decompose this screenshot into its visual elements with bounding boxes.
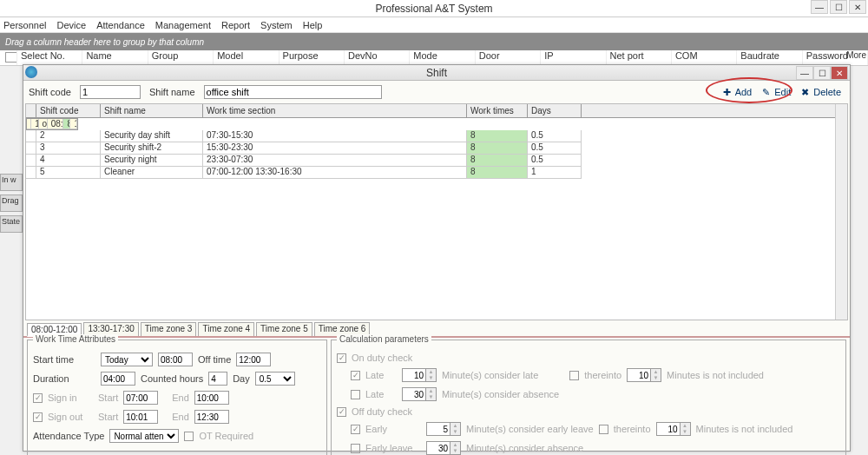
edit-button[interactable]: ✎Edit: [759, 85, 794, 99]
header-door[interactable]: Door: [476, 50, 541, 65]
menu-management[interactable]: Management: [155, 20, 211, 30]
main-titlebar: Professional A&T System — ☐ ✕: [0, 0, 868, 17]
shift-maximize-icon[interactable]: ☐: [813, 66, 831, 80]
duration-input[interactable]: [101, 372, 135, 386]
header-purpose[interactable]: Purpose: [279, 50, 345, 65]
shift-minimize-icon[interactable]: —: [796, 66, 813, 80]
duration-label: Duration: [33, 373, 95, 384]
work-time-attributes-group: Work Time Attributes Start time Today Of…: [27, 340, 327, 455]
menu-personnel[interactable]: Personnel: [3, 20, 47, 30]
shift-row[interactable]: 3Security shift-215:30-23:3080.5: [26, 142, 835, 155]
shift-row[interactable]: 2Security day shift07:30-15:3080.5: [26, 130, 835, 142]
header-select-no-[interactable]: Select No.: [17, 50, 82, 65]
early-spin[interactable]: [426, 422, 450, 436]
late2-spin[interactable]: [402, 387, 426, 401]
signout-start-input[interactable]: [123, 410, 158, 424]
shift-code-input[interactable]: [80, 85, 141, 99]
day-label: Day: [233, 373, 250, 384]
shift-row[interactable]: 4Security night23:30-07:3080.5: [26, 155, 835, 167]
side-panel-inw[interactable]: In w: [0, 174, 23, 191]
menu-system[interactable]: System: [260, 20, 293, 30]
shift-app-icon: [25, 66, 37, 78]
shift-code-label: Shift code: [29, 87, 71, 97]
thereinto1-checkbox[interactable]: [569, 371, 579, 380]
header-ip[interactable]: IP: [541, 50, 606, 65]
earlyleave-checkbox[interactable]: [351, 444, 360, 453]
start-day-select[interactable]: Today: [101, 353, 153, 366]
header-name[interactable]: Name: [82, 50, 148, 65]
signout-label: Sign out: [48, 412, 93, 422]
header-mode[interactable]: Mode: [410, 50, 475, 65]
app-title: Professional A&T System: [375, 3, 492, 15]
counted-hours-label: Counted hours: [141, 373, 203, 384]
onduty-checkbox[interactable]: [337, 353, 346, 363]
header-group[interactable]: Group: [148, 50, 214, 65]
maximize-icon[interactable]: ☐: [830, 0, 847, 14]
signin-label: Sign in: [48, 392, 93, 403]
shift-titlebar: Shift — ☐ ✕: [23, 65, 850, 81]
calculation-parameters-group: Calculation parameters On duty check Lat…: [331, 340, 846, 455]
delete-icon: ✖: [801, 87, 812, 97]
edit-icon: ✎: [762, 87, 773, 97]
shift-name-label: Shift name: [149, 87, 195, 97]
shift-name-input[interactable]: [204, 85, 382, 99]
shift-title: Shift: [426, 67, 447, 79]
earlyleave-spin[interactable]: [426, 441, 450, 455]
shift-close-icon[interactable]: ✕: [831, 66, 848, 80]
start-time-label: Start time: [33, 354, 95, 365]
header-baudrate[interactable]: Baudrate: [737, 50, 802, 65]
header-com[interactable]: COM: [672, 50, 737, 65]
shift-row[interactable]: 5Cleaner07:00-12:00 13:30-16:3081: [26, 167, 835, 179]
header-devno[interactable]: DevNo: [345, 50, 410, 65]
close-icon[interactable]: ✕: [849, 0, 866, 14]
shift-grid: Shift code Shift name Work time section …: [25, 103, 848, 320]
early-checkbox[interactable]: [351, 425, 360, 434]
add-icon: ✚: [723, 87, 733, 97]
attendance-type-select[interactable]: Normal atten: [109, 429, 179, 443]
menu-help[interactable]: Help: [303, 20, 323, 30]
start-time-input[interactable]: [158, 353, 193, 366]
off-time-input[interactable]: [236, 353, 271, 366]
menu-device[interactable]: Device: [57, 20, 87, 30]
attendance-type-label: Attendance Type: [33, 431, 104, 441]
late2-checkbox[interactable]: [351, 390, 360, 399]
shift-toolbar: Shift code Shift name ✚Add ✎Edit ✖Delete: [23, 81, 850, 103]
side-panel-drag[interactable]: Drag: [0, 195, 23, 212]
grid-header: Shift code Shift name Work time section …: [26, 104, 835, 118]
tab-timezone-4[interactable]: Time zone 4: [198, 322, 254, 336]
header-net-port[interactable]: Net port: [607, 50, 672, 65]
late1-spin[interactable]: [402, 368, 426, 382]
signin-checkbox[interactable]: [33, 393, 43, 403]
thereinto2-checkbox[interactable]: [599, 425, 608, 434]
side-panel-state[interactable]: State: [0, 215, 23, 233]
add-button[interactable]: ✚Add: [720, 85, 756, 99]
more-columns[interactable]: More: [846, 50, 866, 60]
signout-end-input[interactable]: [194, 410, 229, 424]
minimize-icon[interactable]: —: [811, 0, 828, 14]
ot-required-label: OT Required: [199, 431, 253, 441]
offduty-checkbox[interactable]: [337, 407, 346, 417]
group-by-bar[interactable]: Drag a column header here to group by th…: [0, 33, 868, 50]
header-model[interactable]: Model: [214, 50, 279, 65]
grid-scrollbar[interactable]: [835, 104, 847, 320]
signin-end-input[interactable]: [194, 391, 229, 405]
signin-start-input[interactable]: [123, 391, 158, 405]
shift-window: Shift — ☐ ✕ Shift code Shift name ✚Add ✎…: [23, 64, 851, 452]
notinc1-spin[interactable]: [627, 368, 651, 382]
menu-report[interactable]: Report: [221, 20, 250, 30]
off-time-label: Off time: [198, 354, 231, 365]
menu-attendance[interactable]: Attendance: [96, 20, 145, 30]
tab-timezone-3[interactable]: Time zone 3: [141, 322, 197, 336]
timezone-tabs: 08:00-12:0013:30-17:30Time zone 3Time zo…: [23, 322, 850, 338]
late1-checkbox[interactable]: [351, 371, 360, 380]
notinc2-spin[interactable]: [656, 422, 681, 436]
tab-timezone-5[interactable]: Time zone 5: [256, 322, 312, 336]
ot-required-checkbox[interactable]: [184, 432, 194, 441]
main-menubar: PersonnelDeviceAttendanceManagementRepor…: [0, 17, 868, 33]
signout-checkbox[interactable]: [33, 412, 43, 422]
counted-hours-input[interactable]: [208, 372, 227, 386]
day-select[interactable]: 0.5: [255, 372, 295, 386]
shift-row[interactable]: ▶1office shift08:00-12:00 13:30-17:3081: [26, 118, 78, 130]
delete-button[interactable]: ✖Delete: [798, 85, 845, 99]
